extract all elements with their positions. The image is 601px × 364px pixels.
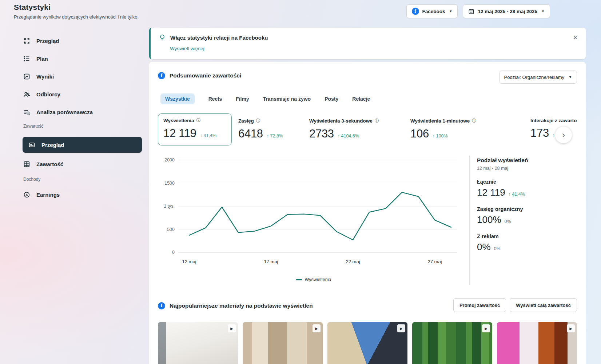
info-icon[interactable]: ⓘ (472, 118, 476, 124)
sidebar-item-przeglad[interactable]: Przegląd (15, 35, 142, 47)
lightbulb-icon (159, 34, 166, 41)
svg-text:12 maj: 12 maj (182, 259, 196, 264)
top-content-thumbnails: ▶ ▶ ▶ ▶ ▶ (158, 322, 577, 364)
play-icon: ▶ (567, 324, 575, 332)
metric-delta-value: 41,4% (203, 133, 216, 138)
sidebar-section-zawartosc: Zawartość (15, 124, 142, 131)
svg-text:$: $ (26, 193, 28, 196)
svg-text:27 maj: 27 maj (427, 259, 442, 264)
sidebar-item-label: Odbiorcy (36, 91, 60, 97)
tab-transmisje-na-zywo[interactable]: Transmisje na żywo (263, 96, 311, 102)
metric-card-zasieg[interactable]: Zasięg ⓘ 6418 ↑ 72,8% (238, 113, 309, 145)
play-icon: ▶ (397, 324, 405, 332)
metric-delta: ↑ 72,8% (267, 133, 283, 139)
breakdown-row-delta: 0% (505, 219, 511, 224)
breakdown-date-range: 12 maj - 28 maj (477, 166, 577, 171)
dollar-circle-icon: $ (23, 191, 30, 198)
metric-card-wyswietlenia-3-sekundowe[interactable]: Wyświetlenia 3-sekundowe ⓘ 2733 ↑ 4104,6… (309, 113, 410, 145)
metric-card-wyswietlenia[interactable]: Wyświetlenia ⓘ 12 119 ↑ 41,4% (158, 113, 232, 145)
svg-text:22 maj: 22 maj (346, 259, 360, 264)
sidebar-item-odbiorcy[interactable]: Odbiorcy (15, 88, 142, 100)
tab-reels[interactable]: Reels (208, 96, 222, 102)
promote-content-button[interactable]: Promuj zawartość (453, 298, 506, 312)
tab-filmy[interactable]: Filmy (236, 96, 249, 102)
sidebar-item-label: Wyniki (36, 73, 54, 80)
sidebar-item-label: Przegląd (36, 38, 59, 44)
breakdown-row-value: 100% (477, 214, 501, 225)
content-thumbnail-bathroom[interactable]: ▶ (243, 322, 323, 364)
up-arrow-icon: ↑ (509, 192, 511, 197)
content-thumbnail-trees[interactable]: ▶ (412, 322, 492, 364)
breakdown-delta-value: 41,4% (512, 192, 525, 197)
info-icon[interactable]: ⓘ (256, 118, 260, 124)
metric-delta-value: 72,8% (270, 133, 283, 139)
summary-title: Podsumowanie zawartości (170, 72, 241, 79)
views-chart-block: 05001 tys.1500200012 maj17 maj22 maj27 m… (158, 155, 469, 285)
metric-value: 173 (530, 127, 549, 140)
metric-label: Interakcje z zawartością (530, 118, 577, 123)
content-thumbnail-pink-art[interactable]: ▶ (497, 322, 577, 364)
metric-delta-value: 100% (436, 133, 448, 139)
content-type-tabs: Wszystkie Reels Filmy Transmisje na żywo… (158, 93, 577, 105)
split-dropdown[interactable]: Podział: Organiczne/reklamy ▼ (499, 71, 577, 84)
sidebar-item-earnings[interactable]: $ Earnings (15, 188, 142, 201)
content-thumbnail-building[interactable]: ▶ (327, 322, 407, 364)
sidebar-item-plan[interactable]: Plan (15, 52, 142, 65)
metrics-scroll-right-button[interactable]: › (555, 127, 572, 143)
platform-selector[interactable]: f Facebook ▼ (406, 4, 458, 18)
play-icon: ▶ (313, 324, 321, 332)
breakdown-row-delta: 0% (494, 246, 501, 251)
sidebar-item-analiza-porownawcza[interactable]: Analiza porównawcza (15, 106, 142, 118)
metric-label: Wyświetlenia (163, 118, 194, 123)
svg-text:0: 0 (172, 250, 175, 255)
banner-see-more-link[interactable]: Wyświetl więcej (170, 46, 578, 51)
sidebar-item-label: Przegląd (41, 142, 64, 148)
sidebar-item-label: Plan (36, 56, 48, 62)
tab-wszystkie[interactable]: Wszystkie (160, 93, 195, 104)
metric-delta: ↑ 4104,6% (338, 133, 359, 139)
platform-label: Facebook (422, 9, 445, 14)
overview-arrows-icon (23, 37, 30, 44)
breakdown-row-label: Z reklam (477, 233, 577, 239)
metric-label: Wyświetlenia 1-minutowe (410, 118, 470, 124)
calendar-icon (468, 8, 474, 15)
list-icon (23, 55, 30, 62)
audience-people-icon (23, 91, 30, 98)
metric-card-wyswietlenia-1-minutowe[interactable]: Wyświetlenia 1-minutowe ⓘ 106 ↑ 100% (410, 113, 530, 145)
close-icon[interactable]: ✕ (573, 34, 578, 41)
metric-label: Zasięg (238, 118, 254, 124)
sidebar-item-content-zawartosc[interactable]: Zawartość (15, 158, 142, 170)
content-thumbnail-living-room[interactable]: ▶ (158, 322, 238, 364)
chevron-down-icon: ▼ (541, 9, 545, 13)
metric-delta: ↑ 100% (433, 133, 448, 139)
breakdown-row-label: Zasięg organiczny (477, 206, 577, 212)
benchmark-search-icon (23, 109, 30, 116)
up-arrow-icon: ↑ (553, 133, 555, 138)
top-controls: f Facebook ▼ 12 maj 2025 - 28 maj 2025 ▼ (406, 4, 550, 18)
info-icon[interactable]: ⓘ (196, 117, 201, 124)
chart-legend: Wyświetlenia (158, 277, 469, 282)
date-range-label: 12 maj 2025 - 28 maj 2025 (478, 9, 537, 14)
split-dropdown-label: Podział: Organiczne/reklamy (504, 75, 564, 80)
metric-value: 106 (410, 127, 429, 140)
sidebar: Przegląd Plan Wyniki Odbiorcy Analiza po… (15, 35, 142, 206)
views-breakdown-panel: Podział wyświetleń 12 maj - 28 maj Łączn… (470, 155, 577, 285)
stories-insights-banner: Włącz statystyki relacji na Facebooku Wy… (149, 28, 586, 59)
chart-region: 05001 tys.1500200012 maj17 maj22 maj27 m… (158, 155, 577, 285)
date-range-selector[interactable]: 12 maj 2025 - 28 maj 2025 ▼ (463, 4, 550, 18)
sidebar-section-dochody: Dochody (15, 177, 142, 184)
tab-relacje[interactable]: Relacje (352, 96, 370, 102)
breakdown-row-label: Łącznie (477, 179, 577, 185)
up-arrow-icon: ↑ (267, 133, 269, 139)
metric-value: 6418 (238, 127, 263, 140)
page-title: Statystyki (14, 3, 139, 12)
legend-label: Wyświetlenia (305, 277, 331, 282)
sidebar-item-content-przeglad[interactable]: Przegląd (23, 137, 142, 153)
play-icon: ▶ (228, 324, 236, 332)
view-all-content-button[interactable]: Wyświetl całą zawartość (510, 298, 577, 312)
svg-text:1 tys.: 1 tys. (164, 204, 175, 209)
tab-posty[interactable]: Posty (325, 96, 338, 102)
info-icon[interactable]: ⓘ (375, 118, 379, 124)
sidebar-item-wyniki[interactable]: Wyniki (15, 70, 142, 83)
facebook-icon: f (158, 302, 165, 309)
